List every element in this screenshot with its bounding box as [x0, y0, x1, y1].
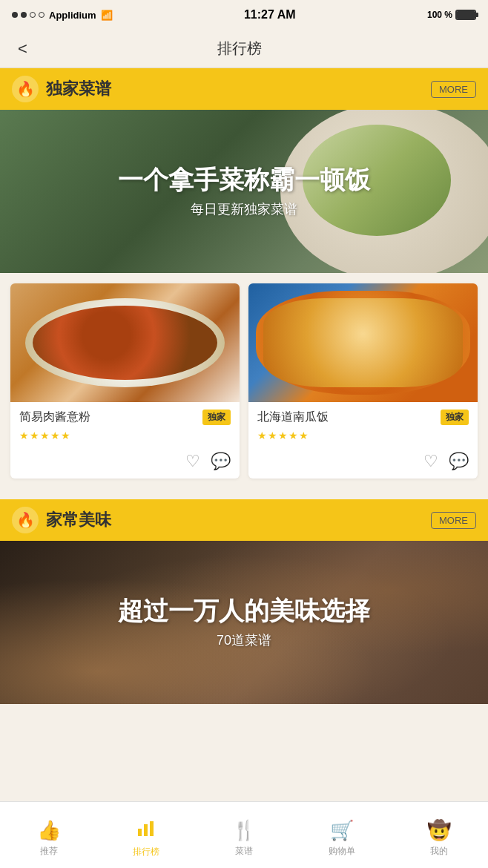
comment-icon-squash[interactable]: 💬	[449, 452, 469, 471]
hero-main-text-1: 一个拿手菜称霸一顿饭	[118, 165, 370, 195]
stars-spaghetti: ★★★★★	[19, 430, 231, 441]
signal-dots	[12, 12, 44, 18]
hero-text-overlay-2: 超过一万人的美味选择 70道菜谱	[0, 541, 488, 704]
card-spaghetti[interactable]: 简易肉酱意粉 独家 ★★★★★ ♡ 💬	[10, 283, 240, 479]
rank-circle-1: 🔥	[12, 76, 39, 102]
battery-percent: 100 %	[427, 10, 452, 20]
dot2	[21, 12, 27, 18]
cards-row-1: 简易肉酱意粉 独家 ★★★★★ ♡ 💬 北海道南瓜饭 独家 ★★★★★ ♡	[0, 273, 488, 489]
card-squash[interactable]: 北海道南瓜饭 独家 ★★★★★ ♡ 💬	[248, 283, 478, 479]
like-icon-squash[interactable]: ♡	[423, 452, 438, 471]
tab-icon-shopping: 🛒	[330, 819, 354, 842]
like-icon-spaghetti[interactable]: ♡	[185, 452, 200, 471]
section1-header: 🔥 独家菜谱 MORE	[0, 68, 488, 110]
stars-squash: ★★★★★	[257, 430, 469, 441]
tab-icon-recommend: 👍	[37, 819, 61, 842]
section-gap	[0, 489, 488, 499]
section1-title: 独家菜谱	[46, 78, 431, 100]
rank-circle-2: 🔥	[12, 507, 39, 533]
rank-badge-2: 🔥	[12, 507, 39, 533]
back-button[interactable]: <	[12, 33, 33, 65]
rank-fire-icon: 🔥	[16, 80, 35, 98]
status-bar: Applidium 📶 11:27 AM 100 %	[0, 0, 488, 30]
hero-text-overlay-1: 一个拿手菜称霸一顿饭 每日更新独家菜谱	[0, 110, 488, 273]
card-title-spaghetti: 简易肉酱意粉	[19, 410, 90, 425]
status-left: Applidium 📶	[12, 10, 113, 21]
dot4	[39, 12, 44, 18]
nav-bar: < 排行榜	[0, 30, 488, 68]
tab-label-profile: 我的	[430, 845, 448, 858]
svg-rect-0	[138, 829, 142, 836]
hero-sub-text-2: 70道菜谱	[217, 631, 271, 649]
card-image-squash	[248, 283, 478, 402]
card-actions-spaghetti: ♡ 💬	[10, 446, 240, 479]
card-actions-squash: ♡ 💬	[248, 446, 478, 479]
tab-item-shopping[interactable]: 🛒 购物单	[293, 813, 391, 858]
dot3	[30, 12, 36, 18]
card-title-row-squash: 北海道南瓜饭 独家	[257, 410, 469, 425]
status-right: 100 %	[427, 10, 476, 20]
rank-fire-icon-2: 🔥	[16, 511, 35, 529]
tab-icon-ranking	[136, 818, 156, 843]
tab-label-ranking: 排行榜	[133, 846, 159, 858]
card-image-spaghetti	[10, 283, 240, 402]
tab-item-recommend[interactable]: 👍 推荐	[0, 813, 98, 858]
rank-badge-1: 🔥	[12, 76, 39, 102]
hero-sub-text-1: 每日更新独家菜谱	[191, 200, 297, 218]
tab-item-recipe[interactable]: 🍴 菜谱	[195, 813, 293, 858]
tab-icon-profile: 🤠	[427, 819, 451, 842]
card-title-row-spaghetti: 简易肉酱意粉 独家	[19, 410, 231, 425]
exclusive-badge-squash: 独家	[441, 410, 469, 425]
section2-title: 家常美味	[46, 509, 431, 531]
exclusive-badge-spaghetti: 独家	[202, 410, 231, 425]
card-info-squash: 北海道南瓜饭 独家 ★★★★★	[248, 402, 478, 446]
svg-rect-2	[150, 821, 154, 836]
card-info-spaghetti: 简易肉酱意粉 独家 ★★★★★	[10, 402, 240, 446]
page-title: 排行榜	[33, 39, 446, 59]
card-title-squash: 北海道南瓜饭	[257, 410, 329, 425]
section1-hero-banner[interactable]: 一个拿手菜称霸一顿饭 每日更新独家菜谱	[0, 110, 488, 273]
svg-rect-1	[144, 824, 148, 836]
battery-icon	[455, 10, 476, 20]
tab-icon-recipe: 🍴	[232, 819, 256, 842]
section1-more-button[interactable]: MORE	[431, 81, 476, 98]
section2-header: 🔥 家常美味 MORE	[0, 499, 488, 541]
wifi-icon: 📶	[101, 10, 113, 21]
section2-more-button[interactable]: MORE	[431, 512, 476, 529]
tab-label-shopping: 购物单	[329, 845, 355, 858]
carrier-name: Applidium	[49, 10, 96, 21]
section2-hero-banner[interactable]: 超过一万人的美味选择 70道菜谱	[0, 541, 488, 704]
battery-fill	[457, 11, 475, 19]
status-time: 11:27 AM	[244, 8, 296, 22]
main-content: 🔥 独家菜谱 MORE 一个拿手菜称霸一顿饭 每日更新独家菜谱 简易肉酱意粉 独…	[0, 68, 488, 771]
tab-item-ranking[interactable]: 排行榜	[98, 812, 196, 858]
comment-icon-spaghetti[interactable]: 💬	[211, 452, 231, 471]
tab-item-profile[interactable]: 🤠 我的	[390, 813, 488, 858]
hero-main-text-2: 超过一万人的美味选择	[118, 596, 370, 626]
tab-bar: 👍 推荐 排行榜 🍴 菜谱 🛒 购物单 🤠 我的	[0, 801, 488, 868]
tab-label-recipe: 菜谱	[235, 845, 253, 858]
tab-label-recommend: 推荐	[40, 845, 58, 858]
dot1	[12, 12, 18, 18]
